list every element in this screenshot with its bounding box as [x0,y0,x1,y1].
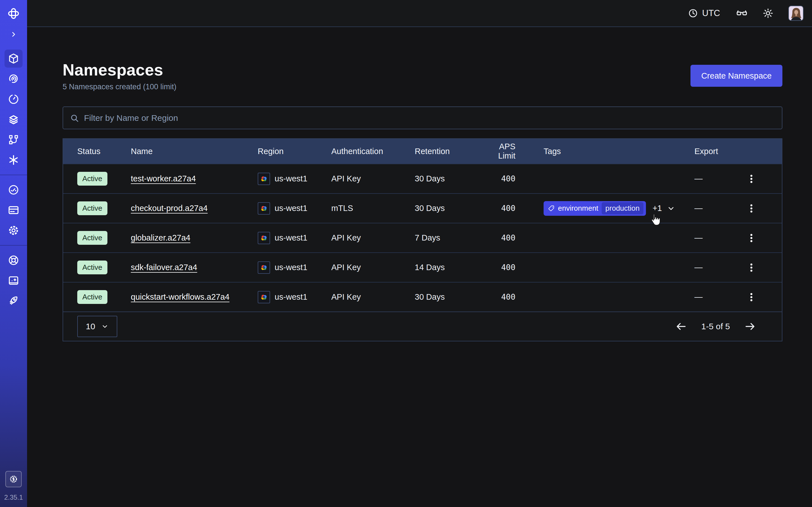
namespaces-table: Status Name Region Authentication Retent… [63,138,782,341]
table-row: Active quickstart-workflows.a27a4 us-wes… [63,282,782,312]
chevron-down-icon [666,204,675,213]
create-namespace-button[interactable]: Create Namespace [691,65,782,87]
previous-page-button[interactable] [674,320,688,334]
tag-key: environment [558,204,598,213]
sidebar-item-deployments[interactable] [4,110,22,128]
sidebar-item-schedules[interactable] [4,90,22,108]
schedules-icon [8,93,19,105]
aps-limit-value: 400 [481,292,544,302]
namespace-link[interactable]: quickstart-workflows.a27a4 [131,292,230,301]
sidebar-item-settings[interactable] [4,221,22,239]
namespace-link[interactable]: test-worker.a27a4 [131,174,196,183]
temporal-logo[interactable] [0,0,27,27]
tag-value: production [602,202,643,214]
retention-value: 30 Days [415,204,481,213]
sidebar-divider [0,245,27,245]
column-header-name: Name [131,147,258,156]
support-icon [8,255,19,266]
tags-cell: environment production +1 [544,201,695,216]
gcp-region-icon [258,262,270,274]
gcp-region-icon [258,173,270,185]
retention-value: 30 Days [415,292,481,302]
theme-toggle[interactable] [762,8,774,19]
export-value: — [695,233,737,242]
namespace-link[interactable]: checkout-prod.a27a4 [131,204,207,213]
tag-icon [548,205,555,212]
page-header: Namespaces 5 Namespaces created (100 lim… [63,60,782,91]
sidebar-divider [0,175,27,175]
column-header-aps-limit: APS Limit [481,142,544,161]
export-value: — [695,174,737,183]
filter-bar [63,107,782,129]
sidebar-nav-account [4,180,22,240]
docs-icon [8,275,19,286]
page-size-select[interactable]: 10 [77,316,117,337]
auth-value: API Key [331,233,415,242]
pricing-button[interactable] [5,471,22,487]
column-header-authentication: Authentication [331,147,415,156]
glasses-icon [736,7,748,19]
sidebar-item-batch[interactable] [4,151,22,169]
usage-icon [8,184,19,196]
sidebar-nav-help [4,250,22,311]
table-row: Active checkout-prod.a27a4 us-west1 mTLS… [63,193,782,223]
namespace-link[interactable]: sdk-failover.a27a4 [131,263,197,272]
auth-value: API Key [331,263,415,272]
aps-limit-value: 400 [481,233,544,242]
status-badge: Active [77,172,107,186]
kebab-icon [746,203,757,214]
timezone-selector[interactable]: UTC [688,8,720,18]
column-header-retention: Retention [415,147,481,156]
arrow-right-icon [744,321,756,332]
sidebar-item-docs[interactable] [4,272,22,290]
labs-toggle[interactable] [736,7,748,19]
row-actions-button[interactable] [744,260,759,276]
sidebar-item-namespaces[interactable] [4,50,22,68]
version-label: 2.35.1 [4,494,23,501]
page-size-value: 10 [86,322,95,331]
table-row: Active sdk-failover.a27a4 us-west1 API K… [63,252,782,282]
row-actions-button[interactable] [744,230,759,246]
sun-icon [762,8,774,19]
namespace-link[interactable]: globalizer.a27a4 [131,233,190,242]
column-header-tags: Tags [544,147,695,156]
clock-icon [688,8,698,18]
sidebar-item-support[interactable] [4,251,22,269]
temporal-logo-icon [7,7,20,20]
row-actions-button[interactable] [744,171,759,187]
sidebar: 2.35.1 [0,0,27,507]
gcp-region-icon [258,202,270,215]
retention-value: 7 Days [415,233,481,242]
status-badge: Active [77,231,107,245]
sidebar-item-workflows[interactable] [4,131,22,149]
tag-badge[interactable]: environment production [544,201,646,216]
tags-expand-button[interactable] [666,204,675,213]
sidebar-item-getting-started[interactable] [4,292,22,310]
column-header-region: Region [258,147,331,156]
filter-input[interactable] [84,113,776,123]
avatar-image [789,6,804,21]
region-label: us-west1 [274,263,307,272]
sidebar-item-usage[interactable] [4,181,22,199]
row-actions-button[interactable] [744,289,759,305]
kebab-icon [746,173,757,184]
sidebar-bottom: 2.35.1 [4,471,23,507]
column-header-status: Status [77,147,131,156]
workflows-icon [8,134,19,146]
row-actions-button[interactable] [744,201,759,216]
timezone-label: UTC [702,8,720,18]
sidebar-expand-button[interactable] [0,27,27,42]
deployments-icon [8,114,19,125]
nexus-icon [8,73,19,85]
aps-limit-value: 400 [481,263,544,272]
settings-icon [8,224,19,236]
sidebar-nav-primary [4,48,22,170]
next-page-button[interactable] [743,320,757,334]
sidebar-item-billing[interactable] [4,201,22,219]
kebab-icon [746,232,757,244]
avatar[interactable] [788,6,804,21]
aps-limit-value: 400 [481,174,544,183]
tags-more-count: +1 [653,204,662,213]
region-label: us-west1 [274,233,307,242]
sidebar-item-nexus[interactable] [4,70,22,88]
